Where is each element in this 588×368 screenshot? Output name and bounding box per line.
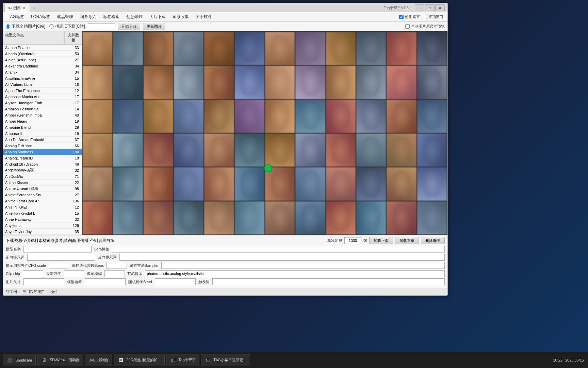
image-cell[interactable] bbox=[144, 100, 173, 133]
menu-download[interactable]: 图片下载 bbox=[146, 13, 169, 21]
image-cell[interactable] bbox=[83, 167, 112, 200]
start-download-button[interactable]: 开始下载 bbox=[118, 23, 140, 30]
list-item[interactable]: Albion (Azur Lane) 27 bbox=[3, 57, 82, 63]
load-next-button[interactable]: 加载下页 bbox=[395, 237, 419, 244]
image-cell[interactable] bbox=[144, 201, 173, 234]
list-item[interactable]: AniDosMix 71 bbox=[3, 173, 82, 180]
radio-download-all[interactable]: 下载全站图片[C站] bbox=[6, 24, 45, 29]
list-item[interactable]: Amber (Genshin Impa 40 bbox=[3, 112, 82, 118]
image-cell[interactable] bbox=[144, 66, 173, 99]
image-cell[interactable] bbox=[417, 32, 447, 65]
image-cell[interactable] bbox=[83, 66, 112, 99]
tag-hint-input[interactable] bbox=[145, 270, 445, 277]
image-cell[interactable] bbox=[174, 167, 203, 200]
image-cell[interactable] bbox=[326, 100, 356, 133]
image-cell[interactable] bbox=[235, 201, 264, 234]
image-cell[interactable] bbox=[113, 167, 143, 200]
image-cell[interactable] bbox=[235, 32, 264, 65]
neg-prompt-input[interactable] bbox=[119, 254, 445, 261]
image-cell[interactable] bbox=[265, 167, 295, 200]
menu-tag-label[interactable]: TAG标签 bbox=[4, 13, 28, 21]
mask-blur-input[interactable] bbox=[104, 270, 125, 277]
image-cell[interactable] bbox=[83, 134, 112, 167]
list-item[interactable]: All Vtubers Lora 16 bbox=[3, 81, 82, 88]
close-button[interactable]: ✕ bbox=[435, 4, 445, 11]
tab-close-button[interactable]: ✕ bbox=[22, 6, 26, 10]
maximize-button[interactable]: □ bbox=[425, 4, 435, 11]
list-item[interactable]: Alanah Pearce 33 bbox=[3, 45, 82, 51]
image-cell[interactable] bbox=[295, 32, 325, 65]
image-cell[interactable] bbox=[235, 66, 264, 99]
list-item[interactable]: Anne Hathaway 32 bbox=[3, 216, 82, 223]
image-cell[interactable] bbox=[417, 201, 447, 234]
image-cell[interactable] bbox=[113, 32, 143, 65]
id-input[interactable] bbox=[88, 23, 115, 30]
list-item[interactable]: Android 18 (Dragon 46 bbox=[3, 161, 82, 167]
menu-products[interactable]: 成品管理 bbox=[53, 13, 77, 21]
image-cell[interactable] bbox=[356, 201, 386, 234]
image-cell[interactable] bbox=[235, 100, 264, 133]
image-cell[interactable] bbox=[144, 134, 173, 167]
menu-import[interactable]: 词条导入 bbox=[77, 13, 100, 21]
menu-creative[interactable]: 创意爆炸 bbox=[123, 13, 146, 21]
tab-main[interactable]: 🏷 图库 ✕ bbox=[4, 4, 30, 12]
image-cell[interactable] bbox=[326, 201, 356, 234]
image-cell[interactable] bbox=[265, 100, 295, 133]
image-cell[interactable] bbox=[174, 100, 203, 133]
sidebar-list[interactable]: Alanah Pearce 33 Albedo (Overlord) 50 Al… bbox=[3, 45, 82, 235]
image-cell[interactable] bbox=[326, 167, 356, 200]
image-cell[interactable] bbox=[204, 66, 234, 99]
menu-collection[interactable]: 词条收集 bbox=[169, 13, 192, 21]
refresh-button[interactable]: 更新图片 bbox=[143, 23, 165, 30]
image-cell[interactable] bbox=[174, 66, 203, 99]
list-item[interactable]: Ana De Armas Embedd 37 bbox=[3, 137, 82, 143]
model-name-input[interactable] bbox=[23, 246, 92, 252]
list-item[interactable]: Angelababy-杨颖 32 bbox=[3, 167, 82, 173]
load-prev-button[interactable]: 加载上页 bbox=[369, 237, 393, 244]
taskbar-item-3[interactable]: 🖼 20D黑丝 |稳定的扩... bbox=[114, 354, 164, 366]
image-cell[interactable] bbox=[326, 66, 356, 99]
image-cell[interactable] bbox=[295, 167, 325, 200]
image-cell[interactable] bbox=[144, 32, 173, 65]
taskbar-item-2[interactable]: 🎮 控制台 bbox=[85, 354, 112, 366]
image-cell[interactable] bbox=[387, 134, 416, 167]
image-cell[interactable] bbox=[356, 32, 386, 65]
image-cell[interactable] bbox=[387, 66, 416, 99]
image-cell[interactable] bbox=[265, 201, 295, 234]
image-cell[interactable] bbox=[295, 134, 325, 167]
image-cell[interactable] bbox=[295, 100, 325, 133]
minimize-button[interactable]: ─ bbox=[415, 4, 424, 11]
denoising-input[interactable] bbox=[64, 270, 84, 277]
pos-prompt-input[interactable] bbox=[27, 254, 95, 261]
list-item[interactable]: Anya Taylor-Joy 35 bbox=[3, 229, 82, 235]
image-cell[interactable] bbox=[204, 167, 234, 200]
image-cell[interactable] bbox=[356, 66, 386, 99]
steps-input[interactable] bbox=[107, 262, 127, 269]
sampler-input[interactable] bbox=[161, 262, 445, 269]
image-cell[interactable] bbox=[326, 32, 356, 65]
image-cell[interactable] bbox=[417, 66, 447, 99]
image-cell[interactable] bbox=[417, 167, 447, 200]
list-item[interactable]: AnalogDream3D 18 bbox=[3, 155, 82, 161]
image-cell[interactable] bbox=[265, 134, 295, 167]
list-item[interactable]: Analog Madness 180 bbox=[3, 149, 82, 155]
delete-selected-button[interactable]: 删除选中 bbox=[421, 237, 445, 244]
original-size-checkbox[interactable] bbox=[405, 24, 410, 29]
checkbox-topmost[interactable]: 置顶窗口 bbox=[423, 14, 443, 19]
model-hash-input[interactable] bbox=[85, 278, 126, 285]
clip-skip-input[interactable] bbox=[23, 270, 43, 277]
list-item[interactable]: Amazon Position Se 14 bbox=[3, 106, 82, 112]
lora-input[interactable] bbox=[112, 246, 445, 252]
taskbar-item-0[interactable]: 🎥 Bandicam bbox=[3, 354, 36, 366]
list-item[interactable]: Anime Lineart (线稿 98 bbox=[3, 186, 82, 192]
list-item[interactable]: Analog Diffusion 66 bbox=[3, 143, 82, 149]
image-cell[interactable] bbox=[326, 134, 356, 167]
checkbox-mask[interactable]: 使用遮罩 bbox=[399, 14, 420, 19]
list-item[interactable]: Alpha The Eminence 12 bbox=[3, 88, 82, 94]
list-item[interactable]: Anis (NIKKE) 12 bbox=[3, 204, 82, 210]
image-cell[interactable] bbox=[174, 134, 203, 167]
list-item[interactable]: Anjelika (Krystal B 15 bbox=[3, 210, 82, 216]
taskbar-item-5[interactable]: 🏷 TAG小帮手更新记... bbox=[201, 354, 250, 366]
seed-input[interactable] bbox=[155, 278, 196, 285]
list-item[interactable]: Alexandra Daddario 34 bbox=[3, 63, 82, 69]
